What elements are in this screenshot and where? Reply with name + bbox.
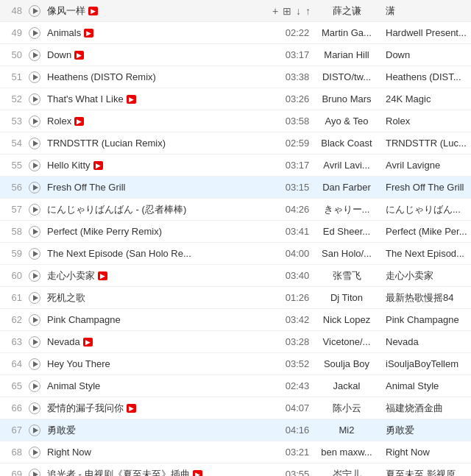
track-number: 61 [3, 292, 26, 303]
table-row[interactable]: 57にんじゃりばんばん - (忍者棒棒)04:26きゃりー...にんじゃりばん.… [0, 199, 471, 221]
track-artist: Vicetone/... [314, 336, 380, 347]
play-icon[interactable] [29, 380, 40, 392]
track-title-text: 像风一样 [47, 4, 85, 18]
play-icon[interactable] [29, 93, 40, 105]
play-button[interactable] [26, 314, 43, 326]
play-button[interactable] [26, 402, 43, 414]
folder-icon[interactable]: ⊞ [283, 5, 291, 17]
play-icon[interactable] [29, 469, 40, 477]
play-button[interactable] [26, 182, 43, 193]
play-button[interactable] [26, 116, 43, 127]
track-artist: Bruno Mars [314, 93, 380, 104]
play-button[interactable] [26, 204, 43, 216]
track-number: 60 [3, 270, 26, 281]
track-title: Hello Kitty▶ [43, 160, 281, 171]
track-number: 65 [3, 380, 26, 391]
play-icon[interactable] [29, 358, 40, 370]
play-button[interactable] [26, 469, 43, 477]
table-row[interactable]: 50Down▶03:17Marian HillDown [0, 44, 471, 66]
table-row[interactable]: 55Hello Kitty▶03:17Avril Lavi...Avril La… [0, 154, 471, 177]
youtube-badge: ▶ [88, 7, 98, 15]
play-button[interactable] [26, 138, 43, 149]
table-row[interactable]: 66爱情的漏子我问你▶04:07陈小云福建烧酒金曲 [0, 397, 471, 419]
play-button[interactable] [26, 5, 43, 17]
play-icon[interactable] [29, 182, 40, 193]
track-number: 53 [3, 116, 26, 127]
play-button[interactable] [26, 71, 43, 83]
track-duration: 02:59 [281, 138, 314, 149]
play-icon[interactable] [29, 49, 40, 61]
track-title-text: Rolex [47, 116, 71, 127]
play-button[interactable] [26, 358, 43, 370]
play-icon[interactable] [29, 160, 40, 171]
play-icon[interactable] [29, 27, 40, 39]
table-row[interactable]: 65Animal Style02:43JackalAnimal Style [0, 375, 471, 397]
table-row[interactable]: 63Nevada▶03:28Vicetone/...Nevada [0, 331, 471, 353]
track-number: 63 [3, 336, 26, 347]
play-button[interactable] [26, 425, 43, 436]
share-icon[interactable]: ↑ [305, 5, 311, 17]
track-title-text: 勇敢爱 [47, 424, 76, 437]
track-title: Pink Champagne [43, 314, 281, 325]
play-icon[interactable] [29, 248, 40, 260]
download-icon[interactable]: ↓ [296, 5, 301, 17]
play-button[interactable] [26, 447, 43, 458]
track-artist: Mi2 [314, 425, 380, 436]
table-row[interactable]: 67勇敢爱04:16Mi2勇敢爱 [0, 419, 471, 441]
play-icon[interactable] [29, 71, 40, 83]
play-button[interactable] [26, 270, 43, 282]
table-row[interactable]: 51Heathens (DISTO Remix)03:38DISTO/tw...… [0, 66, 471, 88]
track-number: 68 [3, 447, 26, 458]
track-title: Heathens (DISTO Remix) [43, 71, 281, 82]
table-row[interactable]: 49Animals▶02:22Martin Ga...Hardwell Pres… [0, 22, 471, 44]
play-button[interactable] [26, 160, 43, 171]
play-button[interactable] [26, 336, 43, 348]
play-button[interactable] [26, 93, 43, 105]
track-title: Fresh Off The Grill [43, 182, 281, 193]
add-icon[interactable]: + [272, 5, 278, 17]
play-icon[interactable] [29, 447, 40, 458]
track-title-text: Hey You There [47, 358, 110, 369]
play-icon[interactable] [29, 314, 40, 326]
table-row[interactable]: 68Right Now03:21ben maxw...Right Now [0, 441, 471, 463]
play-icon[interactable] [29, 425, 40, 436]
table-row[interactable]: 56Fresh Off The Grill03:15Dan FarberFres… [0, 177, 471, 199]
play-icon[interactable] [29, 5, 40, 17]
track-album: 最新热歌慢摇84 [380, 291, 468, 305]
table-row[interactable]: 54TRNDSTTR (Lucian Remix)02:59Black Coas… [0, 132, 471, 154]
track-duration: 03:26 [281, 93, 314, 104]
table-row[interactable]: 61死机之歌01:26Dj Titon最新热歌慢摇84 [0, 287, 471, 309]
table-row[interactable]: 48像风一样▶+⊞↓↑薛之谦潇 [0, 0, 471, 22]
play-icon[interactable] [29, 292, 40, 304]
play-icon[interactable] [29, 402, 40, 414]
track-title-text: Animal Style [47, 380, 100, 391]
table-row[interactable]: 52That's What I Like▶03:26Bruno Mars24K … [0, 88, 471, 110]
table-row[interactable]: 60走心小卖家▶03:40张雪飞走心小卖家 [0, 265, 471, 287]
track-album: Right Now [380, 447, 468, 458]
table-row[interactable]: 69追光者 - 电视剧《夏至未至》插曲▶03:55岑宁儿夏至未至 影视原... [0, 463, 471, 476]
play-button[interactable] [26, 226, 43, 238]
play-button[interactable] [26, 292, 43, 304]
play-icon[interactable] [29, 204, 40, 216]
track-duration: 03:15 [281, 182, 314, 193]
table-row[interactable]: 58Perfect (Mike Perry Remix)03:41Ed Shee… [0, 221, 471, 243]
play-icon[interactable] [29, 270, 40, 282]
track-artist: San Holo/... [314, 248, 380, 259]
play-icon[interactable] [29, 116, 40, 127]
table-row[interactable]: 62Pink Champagne03:42Nick LopezPink Cham… [0, 309, 471, 331]
youtube-badge: ▶ [83, 338, 93, 347]
play-button[interactable] [26, 380, 43, 392]
play-button[interactable] [26, 49, 43, 61]
table-row[interactable]: 64Hey You There03:52Soulja BoyiSouljaBoy… [0, 353, 471, 375]
track-title: Rolex▶ [43, 116, 281, 127]
play-icon[interactable] [29, 336, 40, 348]
play-icon[interactable] [29, 226, 40, 238]
play-icon[interactable] [29, 138, 40, 149]
table-row[interactable]: 53Rolex▶03:58Ayo & TeoRolex [0, 110, 471, 132]
table-row[interactable]: 59The Next Episode (San Holo Re...04:00S… [0, 243, 471, 265]
track-album: Pink Champagne [380, 314, 468, 325]
play-button[interactable] [26, 248, 43, 260]
track-title: Hey You There [43, 358, 281, 369]
play-button[interactable] [26, 27, 43, 39]
track-artist: 岑宁儿 [314, 468, 380, 477]
